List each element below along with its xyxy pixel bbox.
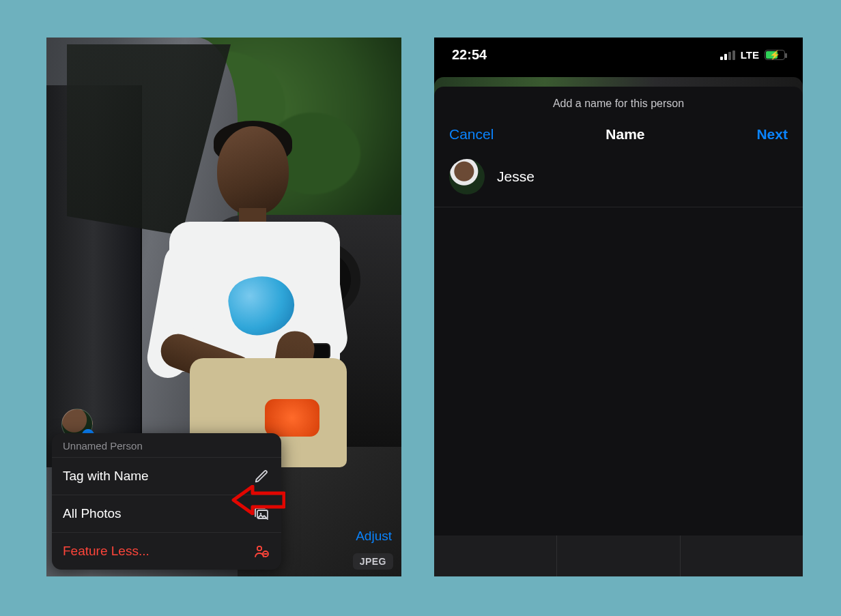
photo-person [128, 126, 360, 447]
pencil-icon [253, 467, 270, 485]
menu-item-label: All Photos [63, 506, 122, 521]
name-person-sheet: Add a name for this person Cancel Name N… [434, 87, 803, 576]
keyboard-suggestion-bar[interactable] [434, 536, 803, 576]
svg-point-1 [260, 513, 262, 515]
phone-left: ? Unnamed Person Tag with Name All Photo… [46, 38, 401, 576]
menu-item-all-photos[interactable]: All Photos [52, 495, 281, 532]
status-right-cluster: LTE ⚡ [720, 49, 785, 61]
suggestion-slot[interactable] [434, 536, 556, 576]
menu-item-tag-with-name[interactable]: Tag with Name [52, 457, 281, 495]
name-input[interactable] [497, 168, 788, 185]
menu-item-label: Tag with Name [63, 469, 149, 484]
name-input-row [434, 155, 803, 207]
next-button[interactable]: Next [756, 126, 788, 143]
suggestion-slot[interactable] [556, 536, 679, 576]
context-menu-header: Unnamed Person [52, 433, 281, 457]
network-label: LTE [741, 49, 759, 61]
cancel-button[interactable]: Cancel [449, 126, 494, 143]
sheet-title: Name [605, 126, 644, 143]
photo-stack-icon [253, 505, 270, 523]
format-badge: JPEG [353, 553, 393, 570]
signal-icon [720, 50, 735, 60]
charging-bolt-icon: ⚡ [769, 50, 780, 60]
svg-point-2 [257, 546, 261, 551]
avatar [449, 159, 485, 194]
person-minus-icon [253, 542, 270, 560]
photo-viewer[interactable]: ? Unnamed Person Tag with Name All Photo… [46, 38, 401, 576]
menu-item-feature-less[interactable]: Feature Less... [52, 532, 281, 570]
suggestion-slot[interactable] [680, 536, 803, 576]
status-bar: 22:54 LTE ⚡ [434, 38, 803, 67]
sheet-subtitle: Add a name for this person [434, 87, 803, 117]
status-time: 22:54 [452, 47, 487, 63]
menu-item-label: Feature Less... [63, 544, 149, 559]
adjust-button[interactable]: Adjust [356, 529, 392, 544]
battery-icon: ⚡ [765, 50, 785, 60]
sheet-nav: Cancel Name Next [434, 117, 803, 155]
person-context-menu: Unnamed Person Tag with Name All Photos … [52, 433, 281, 570]
phone-right: 22:54 LTE ⚡ Add a name for this person C… [434, 38, 803, 576]
